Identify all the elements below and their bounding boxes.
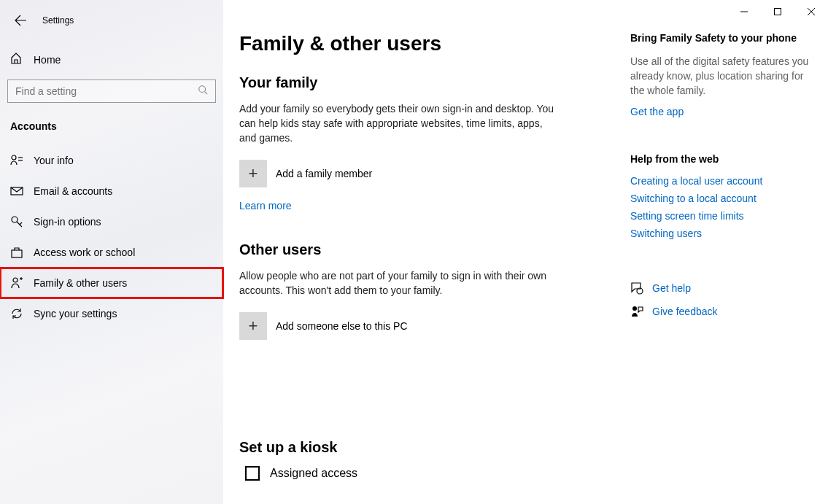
main-content: Family & other users Your family Add you… bbox=[223, 0, 828, 504]
sidebar-category: Accounts bbox=[0, 113, 223, 145]
sidebar-home[interactable]: Home bbox=[0, 47, 223, 72]
sidebar-item-your-info[interactable]: Your info bbox=[0, 145, 223, 176]
sidebar-item-label: Family & other users bbox=[34, 277, 127, 289]
assigned-access-row[interactable]: Assigned access bbox=[239, 466, 598, 481]
other-users-desc: Allow people who are not part of your fa… bbox=[239, 268, 560, 298]
help-from-web-heading: Help from the web bbox=[630, 153, 813, 165]
get-help-link[interactable]: Get help bbox=[652, 282, 691, 294]
add-other-user-label: Add someone else to this PC bbox=[276, 320, 408, 332]
give-feedback-link[interactable]: Give feedback bbox=[652, 306, 718, 317]
sidebar-item-sign-in-options[interactable]: Sign-in options bbox=[0, 206, 223, 237]
mail-icon bbox=[10, 185, 23, 198]
learn-more-link[interactable]: Learn more bbox=[239, 200, 292, 212]
plus-icon: + bbox=[239, 312, 267, 340]
plus-icon: + bbox=[239, 160, 267, 187]
back-button[interactable] bbox=[9, 9, 32, 32]
briefcase-icon bbox=[10, 246, 23, 259]
svg-point-12 bbox=[13, 278, 18, 282]
search-box[interactable] bbox=[7, 80, 216, 103]
right-panel: Bring Family Safety to your phone Use al… bbox=[630, 32, 813, 504]
search-input[interactable] bbox=[15, 85, 198, 97]
sidebar-item-label: Email & accounts bbox=[34, 185, 112, 197]
svg-point-10 bbox=[12, 217, 18, 222]
sidebar-item-label: Your info bbox=[34, 155, 74, 166]
person-lines-icon bbox=[10, 154, 23, 167]
get-the-app-link[interactable]: Get the app bbox=[630, 106, 684, 117]
titlebar: Settings bbox=[0, 6, 223, 41]
sidebar-item-email-accounts[interactable]: Email & accounts bbox=[0, 176, 223, 206]
your-family-heading: Your family bbox=[239, 74, 598, 91]
checkbox-icon bbox=[245, 466, 260, 481]
sidebar: Settings Home Accounts Your info Email &… bbox=[0, 0, 223, 504]
svg-line-5 bbox=[205, 92, 208, 95]
chat-icon bbox=[630, 282, 643, 295]
family-safety-heading: Bring Family Safety to your phone bbox=[630, 32, 813, 44]
sidebar-item-label: Sign-in options bbox=[34, 216, 101, 228]
sidebar-item-sync-settings[interactable]: Sync your settings bbox=[0, 298, 223, 329]
help-link-screen-time[interactable]: Setting screen time limits bbox=[630, 210, 813, 222]
sidebar-item-access-work-school[interactable]: Access work or school bbox=[0, 237, 223, 268]
family-safety-desc: Use all of the digital safety features y… bbox=[630, 54, 813, 98]
sidebar-item-label: Sync your settings bbox=[34, 308, 117, 319]
add-family-member-label: Add a family member bbox=[276, 168, 372, 179]
help-link-local-user[interactable]: Creating a local user account bbox=[630, 175, 813, 187]
other-users-heading: Other users bbox=[239, 241, 598, 258]
add-other-user-button[interactable]: + Add someone else to this PC bbox=[239, 312, 598, 340]
person-plus-icon bbox=[10, 276, 23, 290]
search-icon bbox=[198, 85, 208, 98]
svg-point-16 bbox=[632, 306, 637, 311]
svg-point-6 bbox=[12, 155, 16, 160]
help-link-switch-local[interactable]: Switching to a local account bbox=[630, 193, 813, 204]
your-family-desc: Add your family so everybody gets their … bbox=[239, 101, 560, 145]
home-label: Home bbox=[34, 54, 61, 66]
page-title: Family & other users bbox=[239, 32, 598, 55]
sidebar-nav: Your info Email & accounts Sign-in optio… bbox=[0, 145, 223, 329]
feedback-icon bbox=[630, 305, 643, 318]
kiosk-heading: Set up a kiosk bbox=[239, 439, 598, 456]
svg-rect-11 bbox=[12, 250, 22, 257]
key-icon bbox=[10, 215, 23, 228]
sidebar-item-family-other-users[interactable]: Family & other users bbox=[0, 268, 223, 298]
add-family-member-button[interactable]: + Add a family member bbox=[239, 160, 598, 187]
sidebar-item-label: Access work or school bbox=[34, 247, 135, 258]
sync-icon bbox=[10, 307, 23, 320]
home-icon bbox=[10, 53, 34, 66]
help-link-switch-users[interactable]: Switching users bbox=[630, 228, 813, 239]
svg-point-4 bbox=[199, 86, 206, 93]
window-title: Settings bbox=[42, 15, 74, 26]
get-help-row[interactable]: Get help bbox=[630, 282, 813, 295]
feedback-row[interactable]: Give feedback bbox=[630, 305, 813, 318]
assigned-access-label: Assigned access bbox=[270, 467, 357, 480]
